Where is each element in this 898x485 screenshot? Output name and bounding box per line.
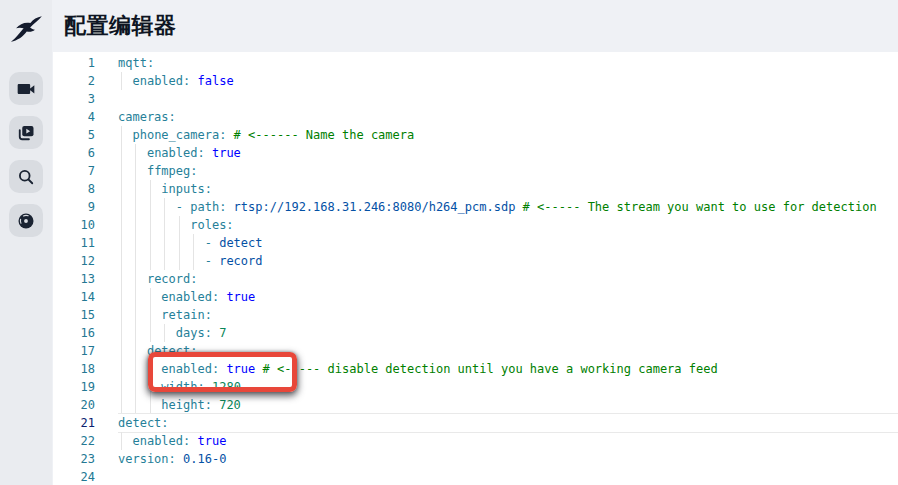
code-text: - record [118,254,263,268]
code-text: height: 720 [118,398,241,412]
line-content: enabled: true [118,144,898,162]
line-content: detect: [118,342,898,360]
code-text: detect: [118,416,169,430]
sidebar-item-live-cameras[interactable] [9,72,43,105]
line-number: 4 [53,108,95,126]
code-line: 24 [53,468,898,485]
code-line: 9 - path: rtsp://192.168.31.246:8080/h26… [53,198,898,216]
line-content: inputs: [118,180,898,198]
line-content: - path: rtsp://192.168.31.246:8080/h264_… [118,198,898,216]
code-text: version: 0.16-0 [118,452,226,466]
code-text: ffmpeg: [118,164,197,178]
review-play-icon [16,123,36,143]
line-content: enabled: false [118,72,898,90]
line-content: enabled: true [118,432,898,450]
code-lines: 1mqtt:2 enabled: false34cameras:5 phone_… [53,54,898,485]
line-number: 3 [53,90,95,108]
code-text: detect: [118,344,197,358]
line-number: 17 [53,342,95,360]
code-line: 21detect: [53,414,898,432]
code-text: enabled: true # <----- disable detection… [118,362,718,376]
sidebar-item-review[interactable] [9,116,43,149]
code-text: enabled: true [118,434,226,448]
line-content: - detect [118,234,898,252]
search-icon [16,167,36,187]
line-number: 6 [53,144,95,162]
code-line: 20 height: 720 [53,396,898,414]
disc-icon [16,211,36,231]
code-line: 12 - record [53,252,898,270]
line-number: 16 [53,324,95,342]
code-line: 2 enabled: false [53,72,898,90]
line-content: height: 720 [118,396,898,414]
code-line: 1mqtt: [53,54,898,72]
line-number: 2 [53,72,95,90]
line-number: 18 [53,360,95,378]
code-line: 19 width: 1280 [53,378,898,396]
sidebar-item-export[interactable] [9,204,43,237]
code-text: enabled: true [118,290,255,304]
page-title: 配置编辑器 [64,11,177,41]
line-number: 9 [53,198,95,216]
line-number: 5 [53,126,95,144]
video-camera-icon [16,79,36,99]
code-line: 14 enabled: true [53,288,898,306]
line-content: enabled: true [118,288,898,306]
line-content: days: 7 [118,324,898,342]
line-number: 12 [53,252,95,270]
code-text: - path: rtsp://192.168.31.246:8080/h264_… [118,200,877,214]
code-line: 6 enabled: true [53,144,898,162]
frigate-config-editor-page: { "header": { "title": "配置编辑器" }, "sideb… [0,0,898,485]
code-text: inputs: [118,182,212,196]
line-number: 13 [53,270,95,288]
page-header: 配置编辑器 [52,0,898,52]
line-content: roles: [118,216,898,234]
code-text: cameras: [118,110,176,124]
code-line: 4cameras: [53,108,898,126]
code-line: 22 enabled: true [53,432,898,450]
line-number: 24 [53,468,95,485]
line-number: 11 [53,234,95,252]
line-number: 10 [53,216,95,234]
line-number: 15 [53,306,95,324]
line-number: 19 [53,378,95,396]
code-text: enabled: true [118,146,241,160]
code-text: record: [118,272,197,286]
line-content: ffmpeg: [118,162,898,180]
line-number: 8 [53,180,95,198]
line-content: phone_camera: # <------ Name the camera [118,126,898,144]
config-code-editor[interactable]: 1mqtt:2 enabled: false34cameras:5 phone_… [53,52,898,485]
line-number: 22 [53,432,95,450]
sidebar-item-explore[interactable] [9,160,43,193]
line-number: 23 [53,450,95,468]
code-text: - detect [118,236,263,250]
line-content: detect: [118,414,898,432]
line-content: record: [118,270,898,288]
code-text: enabled: false [118,74,234,88]
line-number: 14 [53,288,95,306]
code-text: retain: [118,308,212,322]
line-content: cameras: [118,108,898,126]
line-content: - record [118,252,898,270]
line-content: width: 1280 [118,378,898,396]
code-line: 15 retain: [53,306,898,324]
line-content [118,90,898,108]
line-number: 7 [53,162,95,180]
frigate-logo-icon [7,10,45,48]
code-text: roles: [118,218,234,232]
code-line: 16 days: 7 [53,324,898,342]
line-number: 21 [53,414,95,432]
code-line: 8 inputs: [53,180,898,198]
code-text: mqtt: [118,56,154,70]
line-content [118,468,898,485]
code-line: 18 enabled: true # <----- disable detect… [53,360,898,378]
line-number: 1 [53,54,95,72]
code-line: 7 ffmpeg: [53,162,898,180]
code-line: 23version: 0.16-0 [53,450,898,468]
code-line: 17 detect: [53,342,898,360]
line-content: version: 0.16-0 [118,450,898,468]
code-line: 10 roles: [53,216,898,234]
code-text: width: 1280 [118,380,241,394]
code-text: phone_camera: # <------ Name the camera [118,128,414,142]
line-content: retain: [118,306,898,324]
